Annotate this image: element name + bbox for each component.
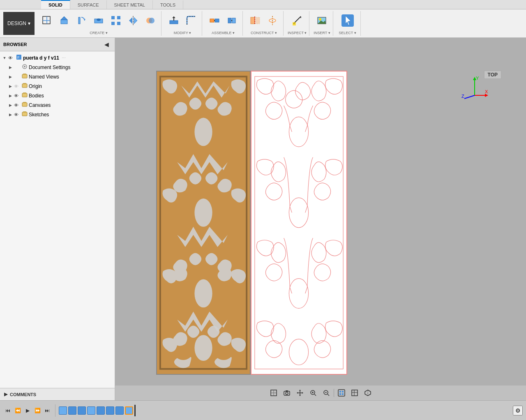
- tree-eye-named-views[interactable]: 👁: [14, 74, 21, 79]
- insert-tools: [314, 12, 330, 30]
- assemble-tools: [206, 12, 240, 30]
- tool-new-sketch[interactable]: [39, 12, 55, 30]
- tab-tools[interactable]: TOOLS: [153, 0, 183, 9]
- tool-fillet[interactable]: [183, 12, 199, 30]
- tree-eye-canvases[interactable]: 👁: [14, 103, 21, 108]
- tool-hole[interactable]: [90, 12, 107, 30]
- tree-item-sketches[interactable]: ▶ 👁 Sketches: [0, 110, 115, 119]
- timeline-step-8[interactable]: [125, 406, 133, 415]
- svg-rect-24: [228, 18, 231, 23]
- tree-eye-doc-settings[interactable]: 👁: [14, 65, 21, 70]
- view-label-top[interactable]: TOP: [484, 71, 501, 79]
- timeline-step-3[interactable]: [78, 406, 86, 415]
- svg-rect-18: [170, 21, 178, 24]
- timeline-step-1[interactable]: [59, 406, 67, 415]
- new-sketch-icon: [41, 15, 53, 28]
- tool-combine[interactable]: [142, 12, 159, 30]
- svg-rect-45: [22, 74, 27, 78]
- timeline-divider: [55, 404, 55, 417]
- svg-point-79: [286, 392, 288, 395]
- create-label[interactable]: CREATE ▾: [90, 31, 107, 35]
- timeline-last-button[interactable]: ⏭: [43, 406, 52, 415]
- tool-rectangular-pattern[interactable]: [108, 12, 124, 30]
- tree-eye-bodies[interactable]: 👁: [14, 93, 21, 98]
- tool-joint[interactable]: [206, 12, 223, 30]
- construct-label[interactable]: CONSTRUCT ▾: [251, 31, 277, 35]
- combine-icon: [145, 15, 156, 28]
- tree-item-doc-settings[interactable]: ▶ 👁 Document Settings: [0, 62, 115, 72]
- vp-zoom-in-button[interactable]: [307, 387, 319, 399]
- timeline-first-button[interactable]: ⏮: [3, 406, 12, 415]
- tool-extrude[interactable]: [56, 12, 72, 30]
- tool-measure[interactable]: [289, 12, 305, 30]
- design-label: DESIGN: [7, 21, 26, 26]
- tree-item-named-views[interactable]: ▶ 👁 Named Views: [0, 72, 115, 81]
- timeline-play-button[interactable]: ▶: [23, 406, 32, 415]
- assemble-label[interactable]: ASSEMBLE ▾: [212, 31, 235, 35]
- door-2d-sketch[interactable]: [251, 71, 347, 375]
- tree-label-sketches: Sketches: [29, 112, 49, 118]
- tree-icon-named-views: [21, 73, 28, 81]
- tree-item-root[interactable]: ▼ 👁 F puerta d y f v11 ⋯: [0, 53, 115, 62]
- svg-point-17: [149, 18, 155, 23]
- svg-rect-97: [352, 390, 358, 396]
- tool-revolve[interactable]: [73, 12, 90, 30]
- inspect-label[interactable]: INSPECT ▾: [288, 31, 307, 35]
- joint-icon: [209, 15, 220, 28]
- tool-rigid-group[interactable]: [224, 12, 240, 30]
- svg-marker-4: [61, 16, 67, 20]
- tree-label-named-views: Named Views: [29, 74, 59, 80]
- vp-viewcube-button[interactable]: [362, 387, 374, 399]
- tree-label-origin: Origin: [29, 83, 42, 89]
- timeline-step-4[interactable]: [87, 406, 95, 415]
- tree-arrow-doc-settings: ▶: [7, 65, 13, 69]
- modify-label[interactable]: MODIFY ▾: [174, 31, 191, 35]
- tree-eye-sketches[interactable]: 👁: [14, 112, 21, 117]
- tree-arrow-root: ▼: [2, 56, 7, 60]
- design-menu-button[interactable]: DESIGN ▾: [3, 12, 35, 35]
- timeline-next-button[interactable]: ⏩: [33, 406, 42, 415]
- svg-marker-81: [299, 390, 301, 391]
- vp-grid-button[interactable]: [349, 387, 360, 399]
- tab-sheet-metal[interactable]: SHEET METAL: [107, 0, 153, 9]
- tool-insert-image[interactable]: [314, 12, 330, 30]
- tool-midplane[interactable]: [247, 12, 263, 30]
- select-label[interactable]: SELECT ▾: [339, 31, 356, 35]
- vp-zoom-out-button[interactable]: [321, 387, 332, 399]
- tree-eye-origin[interactable]: 👁: [14, 84, 21, 89]
- tree-eye-root[interactable]: 👁: [8, 55, 15, 60]
- tree-options-root[interactable]: ⋯: [62, 55, 66, 60]
- svg-rect-93: [339, 391, 341, 392]
- timeline-prev-button[interactable]: ⏪: [13, 406, 22, 415]
- svg-marker-20: [172, 16, 175, 18]
- tool-axis-through-cylinder[interactable]: [264, 12, 281, 30]
- tree-item-bodies[interactable]: ▶ 👁 Bodies: [0, 91, 115, 100]
- timeline-step-7[interactable]: [115, 406, 124, 415]
- tab-surface[interactable]: SURFACE: [70, 0, 107, 9]
- tree-icon-origin: [21, 82, 28, 90]
- vp-camera-button[interactable]: [281, 387, 293, 399]
- tree-item-origin[interactable]: ▶ 👁 Origin: [0, 81, 115, 91]
- tab-solid[interactable]: SOLID: [41, 0, 70, 9]
- door-3d[interactable]: [156, 71, 251, 375]
- tree-arrow-canvases: ▶: [7, 103, 13, 107]
- vp-display-button[interactable]: [336, 387, 347, 399]
- tree-item-canvases[interactable]: ▶ 👁 Canvases: [0, 100, 115, 110]
- viewport[interactable]: Y X Z TOP: [115, 38, 526, 400]
- tool-mirror[interactable]: [125, 12, 141, 30]
- timeline-settings-button[interactable]: ⚙: [513, 406, 523, 415]
- svg-rect-61: [251, 73, 346, 372]
- vp-divider-1: [334, 389, 334, 397]
- vp-pan-button[interactable]: [294, 387, 306, 399]
- comments-panel[interactable]: ▶ COMMENTS: [0, 388, 115, 400]
- timeline-step-6[interactable]: [106, 406, 114, 415]
- timeline-step-5[interactable]: [97, 406, 105, 415]
- browser-tree: ▼ 👁 F puerta d y f v11 ⋯ ▶ 👁: [0, 51, 115, 388]
- tool-press-pull[interactable]: [166, 12, 182, 30]
- timeline-step-2[interactable]: [68, 406, 76, 415]
- svg-rect-0: [43, 16, 50, 24]
- tool-select[interactable]: [337, 12, 358, 30]
- vp-fit-button[interactable]: [268, 387, 279, 399]
- browser-collapse-button[interactable]: ◀: [102, 39, 111, 49]
- insert-label[interactable]: INSERT ▾: [314, 31, 330, 35]
